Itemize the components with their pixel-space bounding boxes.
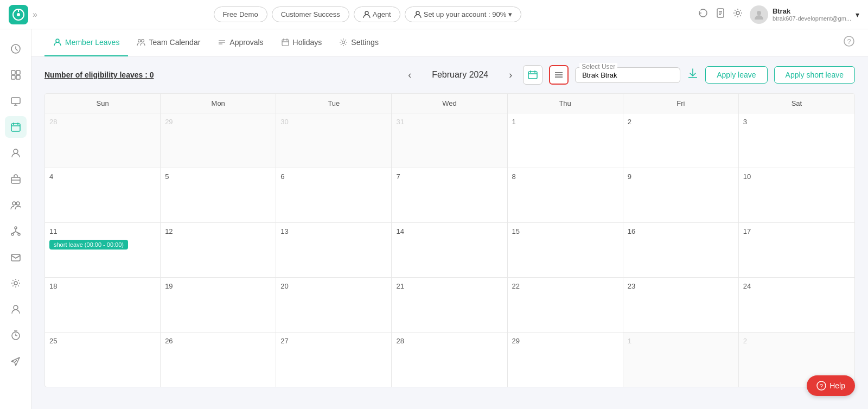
day-number: 3 xyxy=(743,118,850,126)
calendar-cell[interactable]: 19 xyxy=(161,278,276,332)
sidebar-item-send[interactable] xyxy=(5,350,27,372)
content-area: Number of eligibility leaves : 0 ‹ Febru… xyxy=(31,56,868,396)
sidebar-item-settings[interactable] xyxy=(5,272,27,294)
calendar-cell[interactable]: 28 xyxy=(45,113,161,168)
day-number: 8 xyxy=(512,172,618,181)
tab-approvals[interactable]: Approvals xyxy=(209,29,272,56)
calendar-cell[interactable]: 7 xyxy=(392,168,507,222)
tab-settings[interactable]: Settings xyxy=(330,29,387,56)
svg-point-30 xyxy=(18,233,20,235)
calendar-week: 252627282912 xyxy=(45,332,854,387)
calendar-week: 11short leave (00:00 - 00:00)12131415161… xyxy=(45,222,854,277)
calendar-cell[interactable]: 25 xyxy=(45,333,161,387)
calendar-cell[interactable]: 5 xyxy=(161,168,276,222)
sidebar-item-timer[interactable] xyxy=(5,324,27,346)
settings-button[interactable] xyxy=(732,8,743,21)
calendar-cell[interactable]: 23 xyxy=(623,278,739,332)
month-label: February 2024 xyxy=(422,70,498,80)
svg-line-33 xyxy=(16,232,19,233)
sidebar-item-user2[interactable] xyxy=(5,298,27,320)
calendar-cell[interactable]: 1 xyxy=(623,333,739,387)
svg-rect-15 xyxy=(16,75,20,79)
day-number: 11 xyxy=(49,227,156,235)
svg-point-26 xyxy=(12,202,16,205)
day-number: 13 xyxy=(280,227,387,235)
sidebar xyxy=(0,29,31,396)
calendar-cell[interactable]: 9 xyxy=(623,168,739,222)
sidebar-item-team[interactable] xyxy=(5,194,27,216)
sidebar-item-clock[interactable] xyxy=(5,38,27,60)
calendar-view-button[interactable] xyxy=(523,65,542,85)
svg-point-36 xyxy=(14,305,18,310)
svg-rect-48 xyxy=(282,40,289,46)
calendar-week: 45678910 xyxy=(45,168,854,222)
calendar-cell[interactable]: 8 xyxy=(508,168,623,222)
calendar-cell[interactable]: 29 xyxy=(161,113,276,168)
sidebar-item-tv[interactable] xyxy=(5,90,27,112)
sidebar-item-person[interactable] xyxy=(5,142,27,164)
calendar-cell[interactable]: 2 xyxy=(623,113,739,168)
free-demo-button[interactable]: Free Demo xyxy=(214,7,267,22)
day-number: 12 xyxy=(165,227,271,235)
svg-text:?: ? xyxy=(820,383,823,389)
calendar-cell[interactable]: 27 xyxy=(276,333,392,387)
apply-short-leave-button[interactable]: Apply short leave xyxy=(774,66,855,84)
help-corner-icon[interactable]: ? xyxy=(843,35,855,50)
sidebar-item-calendar[interactable] xyxy=(5,116,27,138)
svg-point-28 xyxy=(15,227,17,229)
calendar-cell[interactable]: 20 xyxy=(276,278,392,332)
help-float-button[interactable]: ? Help xyxy=(807,375,855,396)
tab-team-calendar[interactable]: Team Calendar xyxy=(128,29,209,56)
calendar-cell[interactable]: 31 xyxy=(392,113,507,168)
tab-member-leaves[interactable]: Member Leaves xyxy=(44,29,128,56)
settings-gear-icon xyxy=(732,8,743,18)
calendar-cell[interactable]: 4 xyxy=(45,168,161,222)
calendar-cell[interactable]: 28 xyxy=(392,333,507,387)
refresh-button[interactable] xyxy=(698,8,709,21)
tab-bar: Member Leaves Team Calendar Approvals Ho… xyxy=(31,29,868,56)
document-button[interactable] xyxy=(715,8,726,21)
calendar-cell[interactable]: 17 xyxy=(739,223,854,277)
svg-rect-16 xyxy=(11,98,20,104)
calendar-cell[interactable]: 15 xyxy=(508,223,623,277)
calendar-cell[interactable]: 12 xyxy=(161,223,276,277)
help-float-icon: ? xyxy=(816,381,826,391)
short-leave-badge[interactable]: short leave (00:00 - 00:00) xyxy=(49,240,128,250)
toolbar-row: Number of eligibility leaves : 0 ‹ Febru… xyxy=(44,65,855,85)
calendar-cell[interactable]: 3 xyxy=(739,113,854,168)
calendar-cell[interactable]: 24 xyxy=(739,278,854,332)
calendar-cell[interactable]: 18 xyxy=(45,278,161,332)
calendar-cell[interactable]: 30 xyxy=(276,113,392,168)
svg-point-35 xyxy=(14,282,17,285)
calendar-cell[interactable]: 22 xyxy=(508,278,623,332)
header-center: Free Demo Customer Success Agent Set up … xyxy=(214,7,522,22)
prev-month-button[interactable]: ‹ xyxy=(404,67,416,83)
calendar-cell[interactable]: 16 xyxy=(623,223,739,277)
agent-button[interactable]: Agent xyxy=(354,7,400,22)
next-month-button[interactable]: › xyxy=(505,67,516,83)
calendar-cell[interactable]: 11short leave (00:00 - 00:00) xyxy=(45,223,161,277)
sidebar-item-briefcase[interactable] xyxy=(5,168,27,190)
calendar-cell[interactable]: 14 xyxy=(392,223,507,277)
calendar-cell[interactable]: 10 xyxy=(739,168,854,222)
svg-rect-12 xyxy=(11,71,15,74)
calendar-cell[interactable]: 21 xyxy=(392,278,507,332)
day-number: 26 xyxy=(165,337,271,345)
sidebar-item-grid[interactable] xyxy=(5,64,27,86)
setup-button[interactable]: Set up your account : 90% ▾ xyxy=(405,7,521,22)
calendar-cell[interactable]: 13 xyxy=(276,223,392,277)
download-button[interactable] xyxy=(687,67,699,82)
list-view-button[interactable] xyxy=(549,65,569,85)
tab-holidays[interactable]: Holidays xyxy=(272,29,331,56)
user-profile[interactable]: Btrak btrak607-development@gm... ▾ xyxy=(750,5,859,24)
day-number: 31 xyxy=(396,118,502,126)
apply-leave-button[interactable]: Apply leave xyxy=(705,66,767,84)
logo-icon[interactable] xyxy=(9,5,28,24)
calendar-cell[interactable]: 1 xyxy=(508,113,623,168)
sidebar-item-org[interactable] xyxy=(5,220,27,242)
calendar-cell[interactable]: 29 xyxy=(508,333,623,387)
sidebar-item-mail[interactable] xyxy=(5,246,27,268)
calendar-cell[interactable]: 6 xyxy=(276,168,392,222)
calendar-cell[interactable]: 26 xyxy=(161,333,276,387)
customer-success-button[interactable]: Customer Success xyxy=(272,7,349,22)
